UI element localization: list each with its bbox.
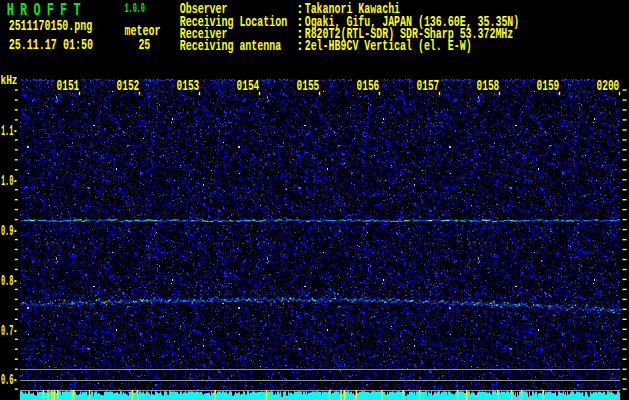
svg-text:T: T <box>74 0 81 20</box>
svg-text:1.1-: 1.1- <box>1 123 17 139</box>
svg-text:0152: 0152 <box>117 78 140 94</box>
svg-text:0159: 0159 <box>537 78 560 94</box>
svg-text:2511170150.png: 2511170150.png <box>9 18 93 34</box>
svg-text:0157: 0157 <box>417 78 440 94</box>
svg-text:0155: 0155 <box>297 78 320 94</box>
svg-text:25: 25 <box>138 37 150 53</box>
svg-text:0200: 0200 <box>597 78 620 94</box>
svg-text:F: F <box>60 0 67 20</box>
svg-text:0156: 0156 <box>357 78 380 94</box>
svg-text::: : <box>296 38 305 54</box>
svg-text:O: O <box>33 0 40 20</box>
svg-text:Receiving antenna: Receiving antenna <box>180 38 281 54</box>
svg-text:0153: 0153 <box>177 78 200 94</box>
svg-text:0.9-: 0.9- <box>1 223 17 239</box>
svg-text:1.0-: 1.0- <box>1 173 17 189</box>
svg-text:0.6-: 0.6- <box>1 372 17 388</box>
svg-text:1.0.0: 1.0.0 <box>124 2 145 16</box>
svg-text:0.7-: 0.7- <box>1 323 17 339</box>
svg-text:25.11.17 01:50: 25.11.17 01:50 <box>9 37 93 53</box>
svg-text:2el-HB9CV Vertical (el. E-W): 2el-HB9CV Vertical (el. E-W) <box>305 38 472 54</box>
svg-text:0151: 0151 <box>57 78 80 94</box>
svg-text:0158: 0158 <box>477 78 500 94</box>
svg-text:0.8-: 0.8- <box>1 273 17 289</box>
svg-text:H: H <box>7 0 14 20</box>
svg-text:0154: 0154 <box>237 78 260 94</box>
svg-text:R: R <box>20 0 27 20</box>
svg-text:F: F <box>47 0 54 20</box>
svg-text:kHz: kHz <box>1 73 18 88</box>
